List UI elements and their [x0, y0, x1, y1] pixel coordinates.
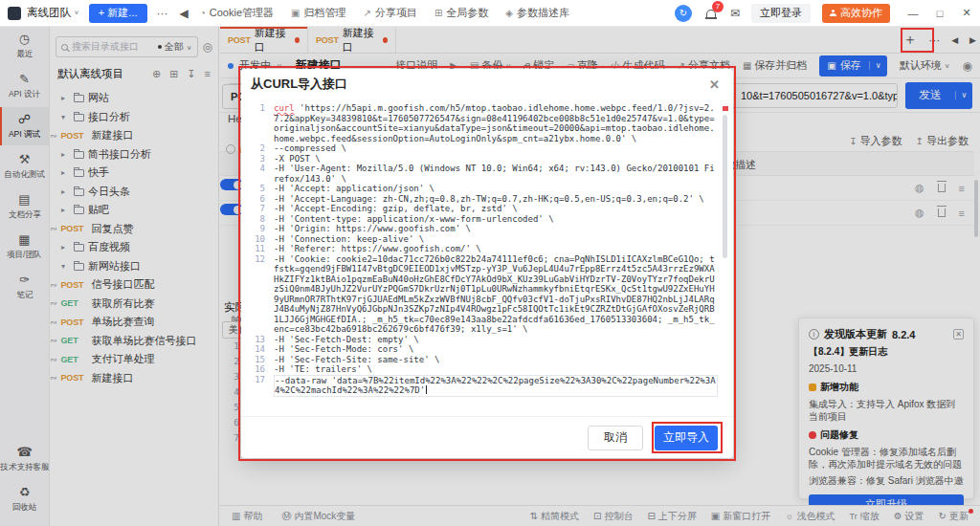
code-text: -H 'Connection: keep-alive' \	[274, 234, 424, 244]
more-menu-icon[interactable]: ···	[157, 7, 168, 20]
code-text: -H 'Cookie: cookie2=10dac71cc726b0c822b2…	[274, 254, 715, 335]
line-number: 7	[247, 204, 274, 214]
line-number: 9	[247, 224, 274, 234]
menu-item-label: Cookie管理器	[210, 6, 274, 20]
code-line[interactable]: 17 --data-raw 'data=%7B%22itemId%22%3A%2…	[247, 375, 718, 397]
menu-item-icon	[364, 8, 371, 18]
line-number: 14	[247, 344, 274, 355]
notification-badge: 7	[712, 1, 724, 12]
code-text: -H 'Sec-Fetch-Mode: cors' \	[274, 344, 413, 354]
code-text: --data-raw 'data=%7B%22itemId%22%3A%22%2…	[275, 376, 716, 396]
code-line[interactable]: 10 -H 'Connection: keep-alive' \	[247, 234, 718, 245]
topbar-menu-item[interactable]: 参数描述库	[505, 6, 569, 20]
line-number: 5	[247, 184, 274, 194]
line-number: 12	[247, 254, 274, 335]
close-icon[interactable]: ✕	[709, 77, 720, 92]
line-number: 2	[247, 143, 274, 154]
code-text: --compressed \	[274, 143, 346, 153]
code-text: -H 'Accept-Language: zh-CN,zh;q=0.8,zh-T…	[274, 194, 704, 204]
code-text: -H 'Sec-Fetch-Dest: empty' \	[274, 335, 419, 344]
code-text: -H 'Referer: https://www.goofish.com/' \	[274, 244, 481, 253]
code-line[interactable]: 4 -H 'User-Agent: Mozilla/5.0 (Windows N…	[247, 164, 718, 184]
person-icon	[830, 10, 836, 16]
app-window: 离线团队 ∨ + 新建... ··· ◀ Cookie管理器 归档管理 分享	[0, 0, 980, 526]
code-line[interactable]: 16 -H 'TE: trailers' \	[247, 364, 718, 375]
code-line[interactable]: 12 -H 'Cookie: cookie2=10dac71cc726b0c82…	[247, 254, 718, 335]
line-number: 6	[247, 194, 274, 205]
code-line[interactable]: 9 -H 'Origin: https://www.goofish.com' \	[247, 224, 718, 234]
code-line[interactable]: 15 -H 'Sec-Fetch-Site: same-site' \	[247, 355, 718, 365]
code-text: -H 'Accept: application/json' \	[274, 184, 434, 193]
menu-item-icon	[200, 8, 206, 18]
team-name: 离线团队	[27, 6, 71, 20]
collab-button[interactable]: 高效协作	[822, 4, 890, 23]
line-number: 8	[247, 214, 274, 225]
new-button[interactable]: + 新建...	[89, 4, 147, 23]
menu-item-icon	[291, 8, 300, 18]
cancel-button[interactable]: 取消	[588, 426, 643, 450]
topbar: 离线团队 ∨ + 新建... ··· ◀ Cookie管理器 归档管理 分享	[0, 0, 980, 27]
code-line[interactable]: 2 --compressed \	[247, 143, 718, 154]
code-line[interactable]: 6 -H 'Accept-Language: zh-CN,zh;q=0.8,zh…	[247, 194, 718, 205]
code-text: -H 'Accept-Encoding: gzip, deflate, br, …	[274, 204, 518, 213]
code-line[interactable]: 5 -H 'Accept: application/json' \	[247, 184, 718, 194]
notifications-bell[interactable]: 7	[703, 6, 719, 21]
maximize-button[interactable]: □	[934, 8, 946, 19]
code-line[interactable]: 7 -H 'Accept-Encoding: gzip, deflate, br…	[247, 204, 718, 214]
import-now-button[interactable]: 立即导入	[655, 426, 718, 450]
line-number: 15	[247, 355, 274, 365]
code-line[interactable]: 11 -H 'Referer: https://www.goofish.com/…	[247, 244, 718, 254]
line-number: 4	[247, 164, 274, 184]
line-number: 17	[247, 375, 274, 397]
scrollbar-error-mark	[723, 106, 728, 111]
line-number: 13	[247, 335, 274, 345]
curl-editor[interactable]: 1 curl 'https://h5api.m.goofish.com/h5/m…	[241, 99, 733, 416]
back-icon[interactable]: ◀	[180, 7, 189, 20]
curl-import-modal: 从CURL导入接口 ✕ 1 curl 'https://h5api.m.goof…	[241, 69, 733, 458]
login-button[interactable]: 立即登录	[751, 4, 811, 23]
chevron-down-icon: ∨	[74, 10, 79, 16]
topbar-menu-item[interactable]: 全局参数	[434, 6, 488, 20]
code-text: -H 'User-Agent: Mozilla/5.0 (Windows NT …	[274, 164, 715, 184]
code-line[interactable]: 14 -H 'Sec-Fetch-Mode: cors' \	[247, 344, 718, 355]
menu-item-icon	[434, 8, 442, 18]
menu-item-icon	[505, 8, 513, 18]
code-line[interactable]: 3 -X POST \	[247, 154, 718, 164]
menu-item-label: 归档管理	[304, 6, 346, 20]
editor-scrollbar[interactable]	[723, 115, 727, 258]
line-number: 3	[247, 154, 274, 164]
minimize-button[interactable]: —	[907, 8, 919, 19]
feedback-icon[interactable]: ✉	[730, 7, 740, 20]
code-line[interactable]: 8 -H 'Content-type: application/x-www-fo…	[247, 214, 718, 225]
app-logo	[8, 7, 21, 20]
code-line[interactable]: 1 curl 'https://h5api.m.goofish.com/h5/m…	[247, 103, 718, 143]
line-number: 10	[247, 234, 274, 245]
modal-title: 从CURL导入接口	[251, 76, 347, 93]
team-select[interactable]: 离线团队 ∨	[27, 6, 79, 20]
code-text: 'https://h5api.m.goofish.com/h5/mtop.tao…	[274, 103, 715, 143]
menu-item-label: 分享项目	[375, 6, 417, 20]
code-text: -H 'TE: trailers' \	[274, 364, 372, 374]
close-button[interactable]: ✕	[961, 7, 972, 19]
curl-token: curl	[274, 103, 295, 113]
topbar-menu-item[interactable]: 分享项目	[364, 6, 417, 20]
topbar-menu-item[interactable]: Cookie管理器	[200, 6, 274, 20]
sync-icon[interactable]: ↻	[675, 5, 692, 22]
collab-label: 高效协作	[840, 6, 882, 20]
topbar-menu: Cookie管理器 归档管理 分享项目 全局参数	[200, 6, 569, 20]
line-number: 16	[247, 364, 274, 375]
code-text: -H 'Sec-Fetch-Site: same-site' \	[274, 355, 439, 364]
window-controls: — □ ✕	[907, 7, 972, 19]
line-number: 11	[247, 244, 274, 254]
code-text: -X POST \	[274, 154, 321, 164]
code-text: -H 'Content-type: application/x-www-form…	[274, 214, 554, 224]
line-number: 1	[247, 103, 274, 143]
code-line[interactable]: 13 -H 'Sec-Fetch-Dest: empty' \	[247, 335, 718, 345]
menu-item-label: 参数描述库	[517, 6, 569, 20]
topbar-right: ↻ 7 ✉ 立即登录 高效协作 — □ ✕	[675, 4, 972, 23]
code-text: -H 'Origin: https://www.goofish.com' \	[274, 224, 471, 233]
topbar-menu-item[interactable]: 归档管理	[291, 6, 345, 20]
menu-item-label: 全局参数	[446, 6, 488, 20]
